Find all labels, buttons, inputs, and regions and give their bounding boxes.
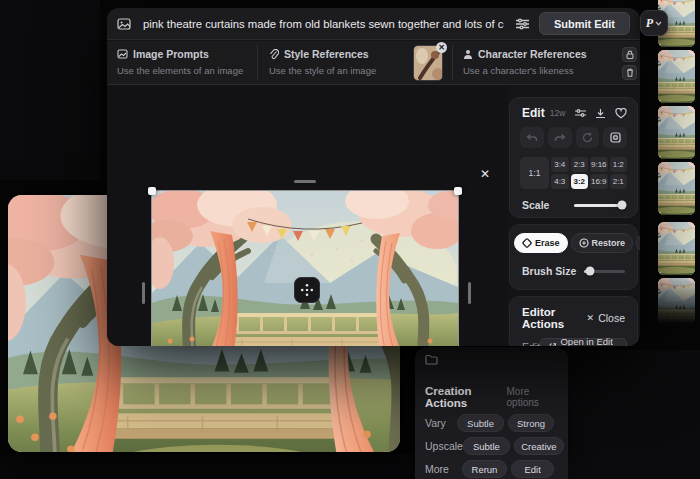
ratio-4-3[interactable]: 4:3 [551, 174, 569, 189]
close-editor-button[interactable]: ✕ [477, 166, 493, 182]
background-blur-patch [560, 350, 700, 479]
close-button[interactable]: ✕ Close [587, 312, 625, 324]
move-image-handle[interactable] [294, 277, 320, 303]
row-label: Vary [425, 417, 457, 429]
account-menu-button[interactable]: P [640, 10, 668, 36]
move-icon [300, 283, 314, 297]
edit-button[interactable]: Edit [511, 460, 554, 478]
gallery-thumbnail[interactable] [658, 278, 695, 331]
undo-button[interactable] [520, 127, 544, 148]
paperclip-icon [269, 49, 279, 60]
section-subtitle: Use the style of an image [269, 65, 376, 76]
section-title: Character References [478, 48, 587, 60]
references-bar: Image Prompts Use the elements of an ima… [107, 41, 640, 85]
upscale-row: Upscale Subtle Creative [425, 437, 558, 455]
avatar-initial: P [646, 16, 653, 31]
edit-modal: Submit Edit Image Prompts Use the elemen… [107, 8, 640, 346]
delete-button[interactable] [622, 65, 637, 80]
folder-icon [425, 354, 438, 365]
section-subtitle: Use the elements of an image [117, 65, 243, 76]
edit-row-label: Edit [522, 341, 540, 347]
crop-handle-left[interactable] [142, 282, 145, 304]
vary-strong-button[interactable]: Strong [508, 414, 554, 432]
chevron-down-icon [655, 21, 662, 26]
character-references-section[interactable]: Character References Use a character's l… [463, 41, 587, 84]
select-tool-button[interactable]: Select [636, 233, 640, 253]
edit-panel: Edit 12w 1:1 3:4 2:3 9:16 [509, 97, 638, 218]
row-label: More [425, 463, 462, 475]
gallery-thumbnail[interactable] [658, 222, 695, 275]
settings-sliders-icon[interactable] [516, 18, 529, 30]
ratio-2-1[interactable]: 2:1 [610, 174, 628, 189]
upscale-subtle-button[interactable]: Subtle [463, 437, 510, 455]
scale-slider-knob[interactable] [618, 201, 627, 210]
aspect-ratio-group: 1:1 3:4 2:3 9:16 1:2 4:3 3:2 16:9 2:1 [520, 157, 627, 189]
open-in-edit-tab-button[interactable]: Open in Edit Tab [540, 338, 627, 346]
editor-actions-panel: Editor Actions ✕ Close Edit Open in Edit… [509, 296, 638, 346]
creation-actions-title: Creation Actions [425, 385, 507, 409]
rerun-button[interactable]: Rerun [462, 460, 508, 478]
style-references-section[interactable]: Style References Use the style of an ima… [269, 41, 376, 84]
ratio-2-3[interactable]: 2:3 [571, 157, 589, 172]
crop-handle-right[interactable] [468, 282, 471, 304]
remove-style-reference-button[interactable]: ✕ [436, 42, 447, 53]
close-x-icon: ✕ [587, 313, 595, 323]
edit-panel-title: Edit [522, 106, 545, 120]
crop-handle-top-right[interactable] [454, 187, 462, 195]
ratio-1-2[interactable]: 1:2 [610, 157, 628, 172]
section-title: Image Prompts [133, 48, 209, 60]
scale-slider[interactable] [574, 204, 625, 207]
ratio-9-16[interactable]: 9:16 [590, 157, 608, 172]
background-blur-patch [0, 0, 100, 180]
brush-size-label: Brush Size [522, 265, 584, 277]
image-prompt-icon [117, 18, 131, 30]
image-prompts-icon [117, 49, 128, 59]
upscale-creative-button[interactable]: Creative [514, 437, 564, 455]
lock-icon [626, 50, 634, 59]
erase-icon [522, 238, 532, 248]
external-link-icon [549, 342, 556, 346]
restore-icon [579, 238, 589, 248]
brush-size-slider[interactable] [584, 270, 625, 273]
divider [452, 45, 453, 80]
editor-canvas[interactable]: ✕ [107, 86, 507, 346]
prompt-input[interactable] [141, 17, 506, 31]
more-row: More Rerun Edit [425, 460, 558, 478]
vary-subtle-button[interactable]: Subtle [457, 414, 504, 432]
editor-actions-title: Editor Actions [522, 306, 587, 330]
filter-sliders-icon[interactable] [575, 108, 586, 119]
frame-tool-button[interactable] [603, 127, 627, 148]
edit-target-image[interactable] [152, 191, 458, 346]
ratio-3-4[interactable]: 3:4 [551, 157, 569, 172]
reset-rotate-button[interactable] [576, 127, 600, 148]
favorite-heart-icon[interactable] [615, 108, 627, 119]
restore-tool-button[interactable]: Restore [571, 233, 634, 253]
erase-tool-button[interactable]: Erase [514, 233, 568, 253]
crop-handle-top[interactable] [294, 180, 316, 183]
submit-edit-button[interactable]: Submit Edit [539, 12, 630, 35]
gallery-thumbnail[interactable] [658, 50, 695, 103]
ratio-3-2-selected[interactable]: 3:2 [571, 174, 589, 189]
ratio-16-9[interactable]: 16:9 [590, 174, 608, 189]
background-blur-patch [0, 455, 410, 479]
creation-actions-panel: Creation Actions More options Vary Subtl… [415, 347, 568, 479]
brush-size-knob[interactable] [586, 267, 595, 276]
gallery-thumbnail[interactable] [658, 106, 695, 159]
vary-row: Vary Subtle Strong [425, 414, 558, 432]
scale-label: Scale [522, 199, 574, 211]
row-label: Upscale [425, 440, 463, 452]
more-options-link[interactable]: More options [507, 386, 558, 408]
section-subtitle: Use a character's likeness [463, 65, 587, 76]
lock-button[interactable] [622, 47, 637, 62]
ratio-1-1[interactable]: 1:1 [520, 157, 549, 189]
thumbnail-rail [658, 0, 695, 330]
person-icon [463, 49, 473, 60]
divider [257, 45, 258, 80]
redo-button[interactable] [548, 127, 572, 148]
image-age-label: 12w [550, 108, 566, 118]
download-icon[interactable] [595, 108, 606, 119]
gallery-thumbnail[interactable] [658, 162, 695, 215]
image-prompts-section[interactable]: Image Prompts Use the elements of an ima… [117, 41, 243, 84]
trash-icon [626, 68, 634, 77]
crop-handle-top-left[interactable] [148, 187, 156, 195]
